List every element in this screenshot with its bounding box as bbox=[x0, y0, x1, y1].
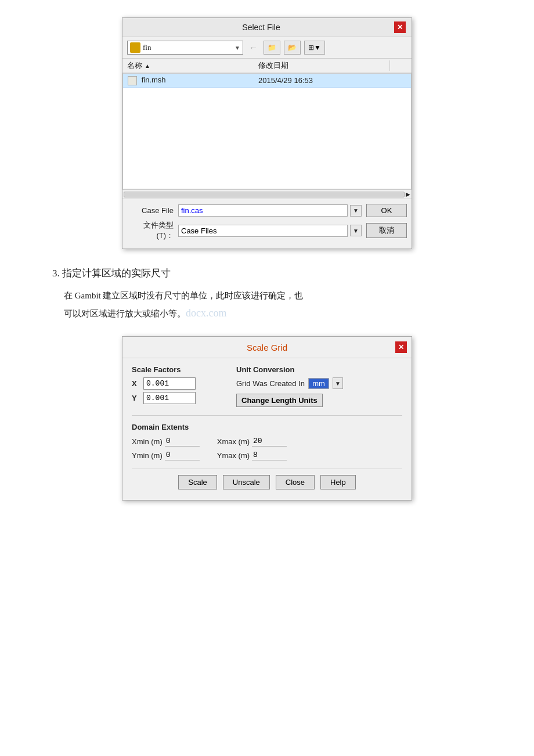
xmax-input[interactable] bbox=[252, 436, 287, 447]
dialog-toolbar: fin ▼ ← 📁 📂 ⊞▼ bbox=[122, 37, 412, 59]
grid-view-button[interactable]: ⊞▼ bbox=[304, 41, 325, 55]
y-factor-row: Y bbox=[132, 392, 225, 404]
case-file-row: Case File ▼ OK bbox=[127, 204, 407, 217]
scrollbar-right-arrow[interactable]: ▶ bbox=[406, 191, 410, 197]
file-icon bbox=[128, 76, 137, 85]
scale-dialog-body: Scale Factors X Y Unit Conversion Grid W… bbox=[122, 358, 412, 500]
scale-factors-section: Scale Factors X Y bbox=[132, 365, 225, 407]
scale-buttons-row: Scale Unscale Close Help bbox=[132, 469, 402, 493]
file-type-row: 文件类型(T)： ▼ 取消 bbox=[127, 220, 407, 241]
change-length-wrap: Change Length Units bbox=[236, 394, 402, 407]
section-heading: 3. 指定计算区域的实际尺寸 bbox=[52, 267, 499, 280]
file-list-header: 名称 ▲ 修改日期 bbox=[122, 59, 412, 73]
case-file-dropdown[interactable]: ▼ bbox=[350, 205, 362, 217]
section-para-text: 在 Gambit 建立区域时没有尺寸的单位，此时应该进行确定，也可以对区域进行放… bbox=[64, 291, 304, 318]
xmin-input[interactable] bbox=[165, 436, 200, 447]
cancel-button[interactable]: 取消 bbox=[366, 223, 407, 238]
xmax-field: Xmax (m) bbox=[217, 436, 287, 447]
y-input[interactable] bbox=[143, 392, 196, 404]
dialog-close-button[interactable]: ✕ bbox=[394, 21, 406, 33]
ymin-input[interactable] bbox=[165, 450, 200, 460]
section-paragraph: 在 Gambit 建立区域时没有尺寸的单位，此时应该进行确定，也可以对区域进行放… bbox=[64, 288, 499, 322]
scale-grid-dialog: Scale Grid ✕ Scale Factors X Y Unit Conv… bbox=[122, 336, 412, 501]
toolbar-separator: ← bbox=[249, 43, 258, 53]
ymax-input[interactable] bbox=[252, 450, 287, 460]
close-button[interactable]: Close bbox=[276, 475, 315, 489]
domain-extents-title: Domain Extents bbox=[132, 423, 402, 431]
case-file-label: Case File bbox=[127, 206, 174, 215]
xmin-field: Xmin (m) bbox=[132, 436, 200, 447]
file-type-label: 文件类型(T)： bbox=[127, 220, 174, 241]
scale-top-section: Scale Factors X Y Unit Conversion Grid W… bbox=[132, 365, 402, 407]
extra-column-header bbox=[389, 60, 407, 71]
file-name-cell: fin.msh bbox=[128, 75, 258, 85]
change-length-button[interactable]: Change Length Units bbox=[236, 394, 323, 407]
folder-nav-button[interactable]: 📁 bbox=[264, 41, 280, 55]
domain-x-row: Xmin (m) Xmax (m) bbox=[132, 436, 402, 447]
x-input[interactable] bbox=[143, 377, 196, 390]
path-dropdown[interactable]: fin ▼ bbox=[127, 41, 243, 55]
new-folder-icon: 📂 bbox=[288, 44, 297, 52]
grid-created-row: Grid Was Created In ▼ bbox=[236, 377, 402, 389]
scale-dialog-titlebar: Scale Grid ✕ bbox=[122, 337, 412, 358]
ymin-field: Ymin (m) bbox=[132, 450, 200, 460]
mm-dropdown-arrow[interactable]: ▼ bbox=[333, 377, 343, 389]
scale-button[interactable]: Scale bbox=[178, 475, 217, 489]
xmax-label: Xmax (m) bbox=[217, 437, 250, 446]
y-label: Y bbox=[132, 394, 141, 402]
grid-icon: ⊞▼ bbox=[308, 44, 321, 52]
file-type-input-wrap: ▼ bbox=[178, 225, 362, 237]
mm-input[interactable] bbox=[308, 378, 329, 389]
case-file-input-wrap: ▼ bbox=[178, 204, 362, 217]
x-factor-row: X bbox=[132, 377, 225, 390]
file-list-body: fin.msh 2015/4/29 16:53 bbox=[122, 73, 412, 189]
watermark-text: docx.com bbox=[186, 307, 226, 319]
unscale-button[interactable]: Unscale bbox=[223, 475, 270, 489]
path-dropdown-arrow: ▼ bbox=[234, 45, 240, 51]
name-column-header[interactable]: 名称 ▲ bbox=[127, 60, 258, 71]
dialog-titlebar: Select File ✕ bbox=[122, 18, 412, 37]
domain-extents-section: Domain Extents Xmin (m) Xmax (m) Ymin (m… bbox=[132, 415, 402, 460]
path-label: fin bbox=[143, 43, 151, 52]
unit-conversion-title: Unit Conversion bbox=[236, 365, 402, 374]
file-name: fin.msh bbox=[142, 75, 166, 84]
scrollbar-track[interactable] bbox=[124, 192, 405, 197]
select-file-dialog: Select File ✕ fin ▼ ← 📁 📂 ⊞▼ 名称 ▲ 修改日期 bbox=[122, 17, 412, 249]
ymax-label: Ymax (m) bbox=[217, 451, 250, 460]
ok-button[interactable]: OK bbox=[366, 204, 407, 217]
sort-arrow: ▲ bbox=[145, 63, 150, 69]
ymin-label: Ymin (m) bbox=[132, 451, 163, 460]
x-label: X bbox=[132, 379, 141, 388]
grid-created-label: Grid Was Created In bbox=[236, 379, 305, 388]
case-file-input[interactable] bbox=[178, 204, 348, 217]
scale-factors-title: Scale Factors bbox=[132, 365, 225, 374]
file-list-empty-area bbox=[123, 88, 411, 175]
dialog-title: Select File bbox=[128, 23, 394, 32]
ymax-field: Ymax (m) bbox=[217, 450, 287, 460]
folder-icon: 📁 bbox=[268, 44, 276, 52]
scale-dialog-title: Scale Grid bbox=[139, 343, 395, 352]
horizontal-scrollbar[interactable]: ▶ bbox=[122, 189, 412, 199]
scale-dialog-close-button[interactable]: ✕ bbox=[395, 341, 407, 353]
folder-icon bbox=[130, 42, 140, 53]
new-folder-button[interactable]: 📂 bbox=[284, 41, 301, 55]
file-date-cell: 2015/4/29 16:53 bbox=[258, 76, 389, 85]
date-column-header[interactable]: 修改日期 bbox=[258, 60, 389, 71]
xmin-label: Xmin (m) bbox=[132, 437, 163, 446]
file-list-item[interactable]: fin.msh 2015/4/29 16:53 bbox=[123, 74, 411, 88]
domain-y-row: Ymin (m) Ymax (m) bbox=[132, 450, 402, 460]
file-type-dropdown[interactable]: ▼ bbox=[350, 225, 362, 236]
dialog-footer: Case File ▼ OK 文件类型(T)： ▼ 取消 bbox=[122, 199, 412, 249]
unit-conversion-section: Unit Conversion Grid Was Created In ▼ Ch… bbox=[236, 365, 402, 407]
help-button[interactable]: Help bbox=[320, 475, 356, 489]
file-type-select[interactable] bbox=[178, 225, 348, 237]
